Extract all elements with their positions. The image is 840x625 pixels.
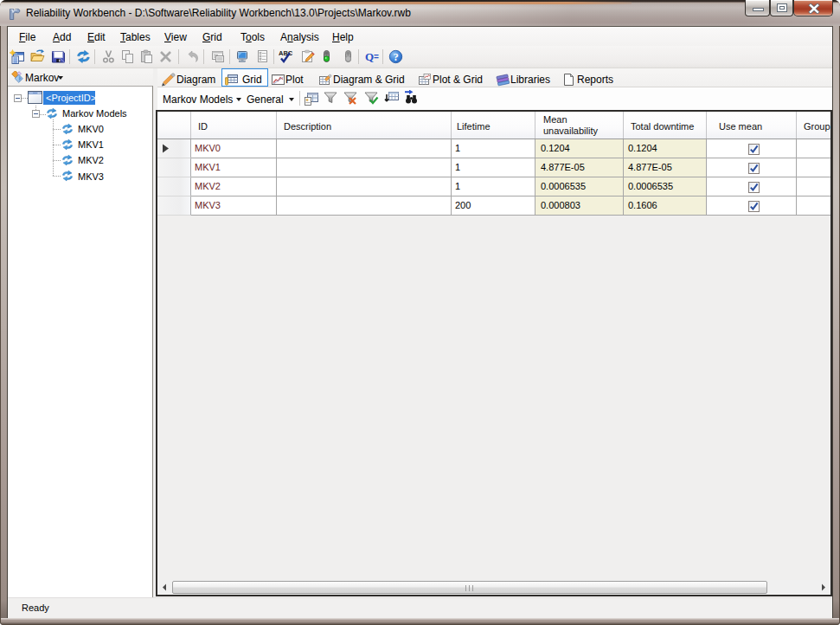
svg-text:ABC: ABC (279, 49, 293, 57)
svg-text:Q: Q (365, 50, 374, 63)
svg-text:=: = (374, 52, 379, 61)
svg-text:?: ? (394, 51, 399, 63)
